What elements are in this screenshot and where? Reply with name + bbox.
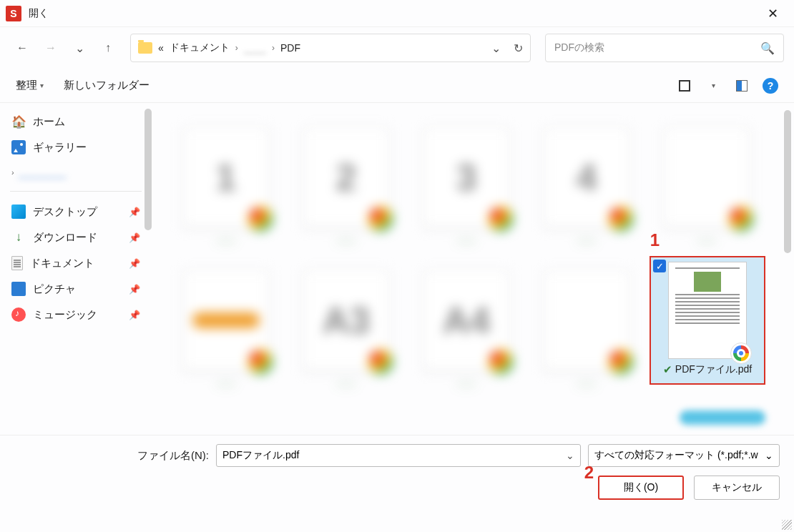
file-thumb[interactable]: ____: [650, 113, 764, 242]
resize-grip[interactable]: [782, 520, 792, 530]
chevron-right-icon: ›: [235, 43, 238, 53]
sidebar-item-documents[interactable]: ドキュメント📌: [4, 250, 147, 276]
preview-pane-button[interactable]: [734, 78, 750, 94]
cancel-button[interactable]: キャンセル: [694, 476, 780, 500]
file-thumb[interactable]: ____: [529, 256, 644, 385]
pdf-preview: [668, 262, 747, 359]
chevron-right-icon: ›: [272, 43, 275, 53]
content-scrollbar[interactable]: [784, 110, 791, 253]
file-thumb[interactable]: A3____: [289, 256, 403, 385]
up-button[interactable]: ↑: [96, 36, 120, 60]
pictures-icon: [11, 282, 26, 296]
sidebar-item-home[interactable]: ホーム: [4, 109, 147, 134]
pin-icon: 📌: [129, 310, 140, 320]
folder-icon: [138, 42, 152, 54]
close-button[interactable]: ✕: [757, 0, 788, 27]
view-dropdown[interactable]: ▾: [705, 78, 721, 94]
forward-button[interactable]: →: [39, 36, 63, 60]
view-options-button[interactable]: [677, 78, 692, 94]
file-thumb[interactable]: 2____: [289, 113, 403, 242]
check-icon: ✓: [653, 260, 666, 272]
home-icon: [11, 114, 26, 129]
pin-icon: 📌: [129, 207, 140, 217]
pin-icon: 📌: [129, 232, 140, 243]
separator: [10, 191, 142, 192]
file-thumb-selected[interactable]: ✓ ✔PDFファイル.pdf: [650, 256, 764, 385]
breadcrumb-bar[interactable]: « ドキュメント › ____ › PDF ⌄ ↻: [130, 34, 531, 62]
help-button[interactable]: ?: [763, 78, 778, 94]
path-dropdown[interactable]: ⌄: [491, 41, 501, 55]
download-icon: [11, 230, 26, 245]
sidebar-item-pictures[interactable]: ピクチャ📌: [4, 276, 147, 302]
desktop-icon: [11, 205, 26, 219]
check-circle-icon: ✔: [663, 363, 672, 376]
breadcrumb-seg-1[interactable]: ドキュメント: [170, 41, 230, 54]
search-input[interactable]: PDFの検索 🔍: [545, 34, 784, 62]
document-icon: [11, 256, 23, 270]
search-placeholder: PDFの検索: [554, 41, 760, 54]
chrome-icon: [730, 343, 752, 364]
recent-dropdown[interactable]: ⌄: [67, 36, 92, 60]
sidebar-scrollbar[interactable]: [144, 109, 152, 230]
file-thumb[interactable]: [680, 410, 765, 425]
file-thumb[interactable]: 4____: [529, 113, 644, 242]
pin-icon: 📌: [129, 258, 140, 269]
chevron-down-icon[interactable]: ⌄: [765, 450, 773, 461]
file-name-label: ✔PDFファイル.pdf: [663, 363, 752, 376]
titlebar: S 開く ✕: [0, 0, 794, 27]
annotation-2: 2: [584, 463, 594, 483]
annotation-1: 1: [650, 230, 660, 250]
refresh-button[interactable]: ↻: [514, 41, 523, 55]
gallery-icon: [11, 140, 26, 154]
sidebar: ホーム ギャラリー ›________ デスクトップ📌 ダウンロード📌 ドキュメ…: [0, 103, 152, 435]
chevron-down-icon[interactable]: ⌄: [566, 450, 574, 461]
sidebar-item-gallery[interactable]: ギャラリー: [4, 134, 147, 160]
search-icon: 🔍: [760, 41, 775, 55]
new-folder-button[interactable]: 新しいフォルダー: [64, 79, 150, 92]
window-title: 開く: [29, 7, 49, 20]
footer: ファイル名(N): PDFファイル.pdf⌄ すべての対応フォーマット (*.p…: [0, 435, 794, 510]
sidebar-item-desktop[interactable]: デスクトップ📌: [4, 199, 147, 225]
file-thumb[interactable]: 3____: [409, 113, 524, 242]
chevron-right-icon: ›: [11, 168, 14, 177]
filename-input[interactable]: PDFファイル.pdf⌄: [216, 444, 581, 467]
body: ホーム ギャラリー ›________ デスクトップ📌 ダウンロード📌 ドキュメ…: [0, 103, 794, 435]
toolbar: 整理▾ 新しいフォルダー ▾ ?: [0, 69, 794, 103]
music-icon: [11, 307, 26, 322]
nav-bar: ← → ⌄ ↑ « ドキュメント › ____ › PDF ⌄ ↻ PDFの検索…: [0, 27, 794, 69]
file-thumb[interactable]: 1____: [169, 113, 283, 242]
sidebar-item-music[interactable]: ミュージック📌: [4, 302, 147, 327]
open-button[interactable]: 開く(O): [598, 476, 684, 500]
pin-icon: 📌: [129, 284, 140, 295]
app-icon: S: [6, 6, 21, 21]
file-grid: 1____ 2____ 3____ 4____ ____ ____ A3____…: [152, 103, 794, 435]
sidebar-item-downloads[interactable]: ダウンロード📌: [4, 225, 147, 250]
filename-label: ファイル名(N):: [137, 449, 209, 463]
breadcrumb-seg-2[interactable]: ____: [244, 42, 266, 54]
file-thumb[interactable]: ____: [169, 256, 283, 385]
file-type-filter[interactable]: すべての対応フォーマット (*.pdf;*.w⌄: [588, 444, 780, 467]
breadcrumb-prefix: «: [158, 42, 164, 54]
file-thumb[interactable]: A4____: [409, 256, 524, 385]
back-button[interactable]: ←: [10, 36, 34, 60]
organize-menu[interactable]: 整理▾: [16, 79, 44, 92]
sidebar-item-cloud[interactable]: ›________: [4, 160, 147, 184]
breadcrumb-seg-3[interactable]: PDF: [280, 42, 300, 54]
